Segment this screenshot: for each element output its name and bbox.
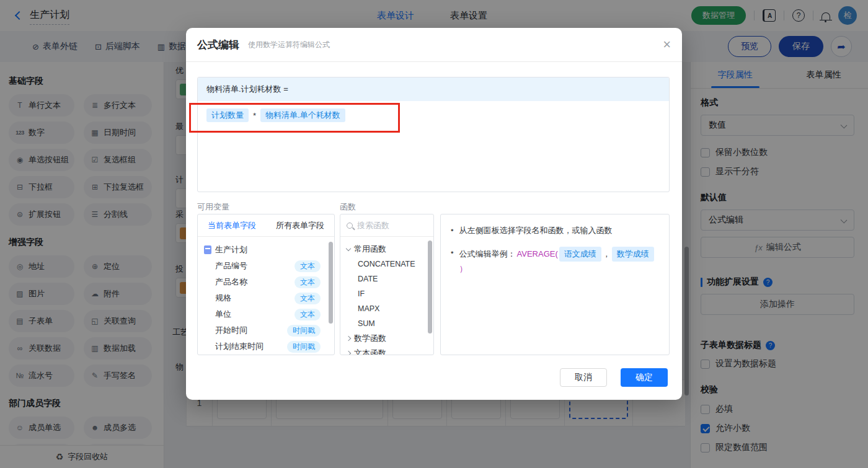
bullet: • xyxy=(451,247,454,259)
modal-title: 公式编辑 xyxy=(197,38,239,52)
variable-row[interactable]: 计划结束时间时间戳 xyxy=(204,338,329,355)
functions-label: 函数 xyxy=(340,201,356,213)
tip-example: 公式编辑举例： AVERAGE( 语文成绩 ， 数学成绩 ） xyxy=(459,247,659,275)
function-token: ） xyxy=(459,263,467,275)
bullet: • xyxy=(451,224,454,237)
variables-panel: 当前表单字段 所有表单字段 生产计划 产品编号文本 产品名称文本 规格文本 单位… xyxy=(197,214,335,355)
search-icon xyxy=(347,223,353,229)
type-tag: 文本 xyxy=(294,260,321,272)
formula-target: 物料清单.计划耗材数 = xyxy=(198,77,669,101)
type-tag: 时间戳 xyxy=(287,341,321,353)
variable-row[interactable]: 单位文本 xyxy=(204,306,329,322)
type-tag: 文本 xyxy=(294,276,321,288)
variable-row[interactable]: 规格文本 xyxy=(204,290,329,306)
modal-subtitle: 使用数学运算符编辑公式 xyxy=(248,40,330,50)
formula-operator: * xyxy=(253,111,256,120)
function-group-math[interactable]: 数学函数 xyxy=(347,331,428,346)
variables-list: 生产计划 产品编号文本 产品名称文本 规格文本 单位文本 开始时间时间戳 计划结… xyxy=(198,237,334,355)
type-tag: 时间戳 xyxy=(287,325,321,337)
confirm-button[interactable]: 确定 xyxy=(621,368,668,387)
tips-body: • 从左侧面板选择字段名和函数，或输入函数 • 公式编辑举例： AVERAGE(… xyxy=(441,214,669,295)
close-icon[interactable]: × xyxy=(663,38,671,51)
formula-field-chip[interactable]: 计划数量 xyxy=(206,108,249,122)
type-tag: 文本 xyxy=(294,293,321,304)
variable-row[interactable]: 产品名称文本 xyxy=(204,274,329,290)
function-item[interactable]: DATE xyxy=(347,272,428,286)
form-doc-icon xyxy=(204,245,211,254)
tip-item: • 公式编辑举例： AVERAGE( 语文成绩 ， 数学成绩 ） xyxy=(451,247,659,275)
chevron-right-icon xyxy=(346,351,351,355)
example-field-chip: 数学成绩 xyxy=(612,247,654,262)
type-tag: 文本 xyxy=(294,309,321,320)
function-item[interactable]: CONCATENATE xyxy=(347,257,428,272)
function-item[interactable]: MAPX xyxy=(347,301,428,316)
function-item[interactable]: IF xyxy=(347,286,428,301)
chevron-right-icon xyxy=(346,336,351,341)
variable-row[interactable]: 开始时间时间戳 xyxy=(204,322,329,338)
formula-editor-modal: 公式编辑 使用数学运算符编辑公式 × 物料清单.计划耗材数 = 计划数量 * 物… xyxy=(186,28,682,400)
variables-tabs: 当前表单字段 所有表单字段 xyxy=(198,214,334,237)
function-group-text[interactable]: 文本函数 xyxy=(347,346,428,355)
chevron-down-icon xyxy=(346,245,351,250)
function-search[interactable] xyxy=(340,214,433,237)
function-token: AVERAGE( xyxy=(517,248,558,260)
formula-expression[interactable]: 计划数量 * 物料清单.单个耗材数 xyxy=(198,101,669,130)
app-root: 生产计划 表单设计 表单设置 数据管理 A ? 检 ⊘表单外链 ⊡后端脚本 ▥数… xyxy=(0,0,868,468)
tab-all-form-fields[interactable]: 所有表单字段 xyxy=(266,214,334,236)
formula-field-chip[interactable]: 物料清单.单个耗材数 xyxy=(260,108,345,122)
functions-list: 常用函数 CONCATENATE DATE IF MAPX SUM 数学函数 文… xyxy=(340,237,433,355)
modal-header: 公式编辑 使用数学运算符编辑公式 × xyxy=(186,28,682,62)
functions-scrollbar[interactable] xyxy=(428,241,432,333)
form-node[interactable]: 生产计划 xyxy=(204,242,329,258)
cancel-button[interactable]: 取消 xyxy=(560,368,607,387)
modal-footer: 取消 确定 xyxy=(560,368,668,387)
example-field-chip: 语文成绩 xyxy=(559,247,601,262)
variable-row[interactable]: 产品编号文本 xyxy=(204,258,329,274)
variables-label: 可用变量 xyxy=(197,201,229,213)
tips-panel: • 从左侧面板选择字段名和函数，或输入函数 • 公式编辑举例： AVERAGE(… xyxy=(440,214,670,355)
tip-item: • 从左侧面板选择字段名和函数，或输入函数 xyxy=(451,224,659,237)
variables-scrollbar[interactable] xyxy=(329,242,333,324)
tab-current-form-fields[interactable]: 当前表单字段 xyxy=(198,214,266,236)
formula-editor[interactable]: 物料清单.计划耗材数 = 计划数量 * 物料清单.单个耗材数 xyxy=(197,77,670,192)
function-group-common[interactable]: 常用函数 xyxy=(347,242,428,257)
search-input[interactable] xyxy=(357,221,419,230)
functions-panel: 常用函数 CONCATENATE DATE IF MAPX SUM 数学函数 文… xyxy=(340,214,434,355)
function-item[interactable]: SUM xyxy=(347,316,428,331)
